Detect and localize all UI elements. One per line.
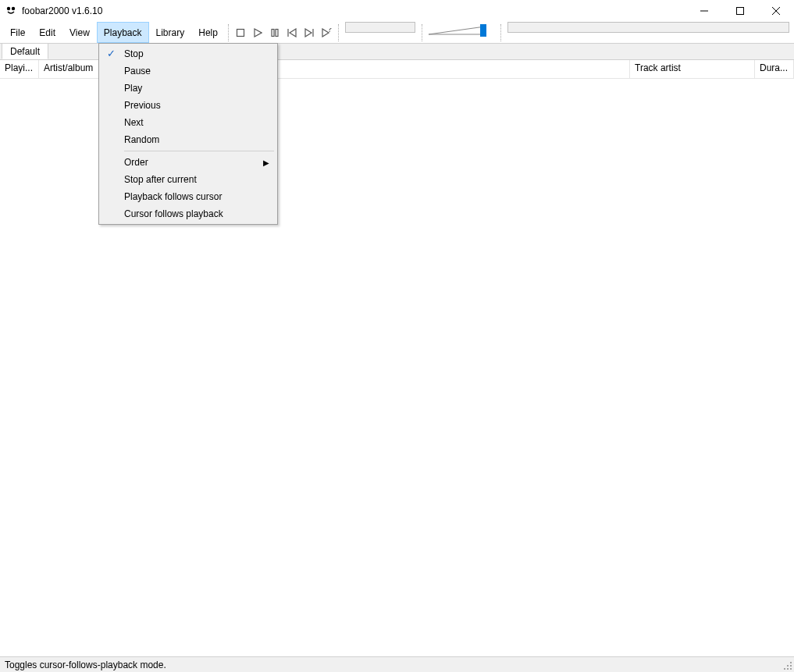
toolbar-separator [422, 24, 422, 41]
menu-view[interactable]: View [62, 22, 97, 43]
toolbar-separator [338, 24, 339, 41]
play-icon [253, 28, 262, 37]
menu-toolbar-row: File Edit View Playback Library Help ? [0, 22, 794, 43]
toolbar-separator [228, 24, 229, 41]
play-button[interactable] [249, 24, 266, 41]
menu-item-label: Random [124, 134, 159, 145]
svg-marker-7 [255, 29, 262, 37]
volume-thumb[interactable] [480, 24, 486, 37]
menu-help[interactable]: Help [191, 22, 225, 43]
status-bar: Toggles cursor-follows-playback mode. [0, 656, 794, 672]
svg-marker-12 [305, 29, 312, 37]
menu-item-stop-after-current[interactable]: Stop after current [101, 171, 276, 188]
svg-rect-3 [737, 8, 744, 15]
pause-icon [270, 28, 280, 37]
check-icon: ✓ [107, 48, 116, 59]
menu-item-previous[interactable]: Previous [101, 97, 276, 114]
playback-dropdown: ✓ Stop Pause Play Previous Next Random O… [98, 43, 278, 225]
menu-file[interactable]: File [3, 22, 32, 43]
random-button[interactable]: ? [318, 24, 335, 41]
previous-button[interactable] [283, 24, 301, 41]
svg-text:?: ? [327, 28, 332, 34]
menu-item-label: Stop after current [124, 174, 197, 185]
svg-point-22 [790, 662, 792, 663]
resize-grip-icon[interactable] [783, 661, 792, 670]
stop-button[interactable] [232, 24, 249, 41]
svg-marker-11 [290, 29, 296, 37]
menu-item-label: Next [124, 117, 144, 128]
menu-library[interactable]: Library [149, 22, 192, 43]
progress-bar[interactable] [507, 22, 789, 33]
svg-point-18 [787, 668, 789, 670]
menu-separator [124, 151, 274, 151]
menu-item-cursor-follows-playback[interactable]: Cursor follows playback [101, 205, 276, 222]
menu-item-play[interactable]: Play [101, 80, 276, 97]
svg-point-1 [12, 7, 15, 10]
submenu-arrow-icon: ▶ [263, 158, 269, 167]
menu-item-label: Pause [124, 66, 151, 76]
menu-item-label: Cursor follows playback [124, 208, 223, 219]
svg-rect-6 [237, 29, 244, 36]
status-text: Toggles cursor-follows-playback mode. [5, 660, 166, 670]
column-duration[interactable]: Dura... [755, 60, 794, 78]
svg-point-21 [787, 665, 789, 667]
pause-button[interactable] [266, 24, 283, 41]
menu-item-order[interactable]: Order ▶ [101, 154, 276, 171]
menu-item-next[interactable]: Next [101, 114, 276, 131]
menu-item-label: Play [124, 83, 142, 94]
menu-item-label: Stop [124, 48, 144, 59]
tab-default[interactable]: Default [2, 43, 48, 59]
menu-item-random[interactable]: Random [101, 131, 276, 148]
svg-point-20 [784, 668, 785, 670]
menu-bar: File Edit View Playback Library Help [0, 22, 225, 43]
menu-item-label: Playback follows cursor [124, 191, 222, 202]
seek-bar[interactable] [345, 22, 415, 33]
menu-item-pause[interactable]: Pause [101, 62, 276, 80]
menu-item-playback-follows-cursor[interactable]: Playback follows cursor [101, 188, 276, 205]
next-button[interactable] [301, 24, 318, 41]
svg-point-19 [790, 665, 792, 667]
previous-icon [287, 28, 297, 37]
menu-playback[interactable]: Playback [97, 22, 149, 43]
toolbar-separator [500, 24, 501, 41]
random-icon: ? [321, 28, 332, 37]
minimize-button[interactable] [686, 0, 722, 22]
volume-slider[interactable] [429, 22, 494, 39]
app-icon [5, 5, 17, 17]
menu-edit[interactable]: Edit [32, 22, 62, 43]
column-track-artist[interactable]: Track artist [630, 60, 755, 78]
svg-rect-9 [276, 29, 278, 36]
svg-point-17 [790, 668, 792, 670]
playback-toolbar: ? [232, 22, 335, 43]
maximize-button[interactable] [722, 0, 758, 22]
menu-item-stop[interactable]: ✓ Stop [101, 45, 276, 62]
menu-item-label: Order [124, 157, 148, 168]
svg-marker-16 [429, 27, 485, 34]
volume-track-icon [429, 25, 485, 36]
next-icon [304, 28, 315, 37]
close-button[interactable] [758, 0, 794, 22]
title-bar: foobar2000 v1.6.10 [0, 0, 794, 22]
svg-point-0 [7, 7, 10, 10]
svg-rect-8 [272, 29, 274, 36]
stop-icon [236, 28, 245, 37]
column-playing[interactable]: Playi... [0, 60, 39, 78]
window-title: foobar2000 v1.6.10 [22, 5, 102, 16]
menu-item-label: Previous [124, 100, 161, 111]
